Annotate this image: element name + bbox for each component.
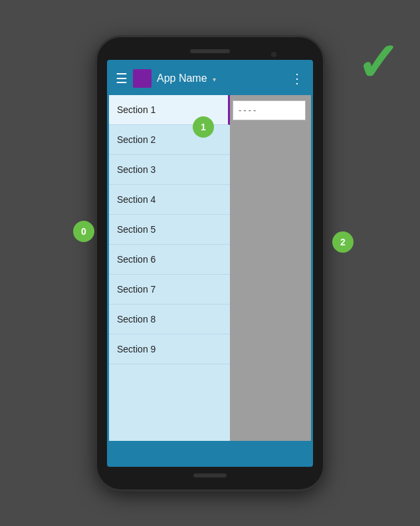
- section-label: Section 3: [117, 164, 156, 175]
- annotation-2: 2: [332, 231, 354, 253]
- phone-home-button: [193, 473, 227, 477]
- app-name: App Name ▾: [157, 72, 290, 84]
- list-item[interactable]: Section 6: [109, 245, 230, 275]
- dropdown-arrow-icon: ▾: [213, 76, 216, 83]
- annotation-1: 1: [193, 116, 214, 138]
- list-item[interactable]: Section 7: [109, 275, 230, 305]
- list-item[interactable]: Section 5: [109, 215, 230, 245]
- annotation-label-0: 0: [81, 226, 86, 237]
- section-label: Section 5: [117, 224, 156, 235]
- bottom-bar: [109, 441, 311, 465]
- annotation-0: 0: [73, 221, 94, 242]
- hamburger-icon[interactable]: ☰: [116, 70, 128, 86]
- list-item[interactable]: Section 3: [109, 155, 230, 185]
- right-panel: ----: [230, 95, 311, 441]
- input-value: ----: [239, 105, 258, 115]
- phone-camera: [271, 52, 276, 57]
- more-options-icon[interactable]: ⋮: [290, 70, 304, 86]
- section-label: Section 1: [117, 104, 156, 115]
- phone-shell: ☰ App Name ▾ ⋮ Section 1 Section 2 Secti…: [97, 37, 323, 489]
- list-item[interactable]: Section 4: [109, 185, 230, 215]
- section-label: Section 6: [117, 254, 156, 265]
- section-label: Section 2: [117, 134, 156, 145]
- checkmark-icon: ✓: [356, 37, 400, 90]
- section-label: Section 9: [117, 344, 156, 354]
- app-icon: [133, 69, 152, 88]
- section-list: Section 1 Section 2 Section 3 Section 4 …: [109, 95, 230, 441]
- list-item[interactable]: Section 9: [109, 334, 230, 364]
- app-name-text: App Name: [157, 72, 207, 84]
- section-label: Section 8: [117, 314, 156, 325]
- section-label: Section 7: [117, 284, 156, 295]
- annotation-label-1: 1: [201, 122, 206, 132]
- toolbar: ☰ App Name ▾ ⋮: [109, 62, 311, 95]
- section-label: Section 4: [117, 194, 156, 205]
- phone-speaker: [190, 49, 230, 53]
- text-input[interactable]: ----: [233, 100, 306, 120]
- annotation-label-2: 2: [340, 237, 346, 247]
- list-item[interactable]: Section 8: [109, 305, 230, 334]
- content-area: Section 1 Section 2 Section 3 Section 4 …: [109, 95, 311, 441]
